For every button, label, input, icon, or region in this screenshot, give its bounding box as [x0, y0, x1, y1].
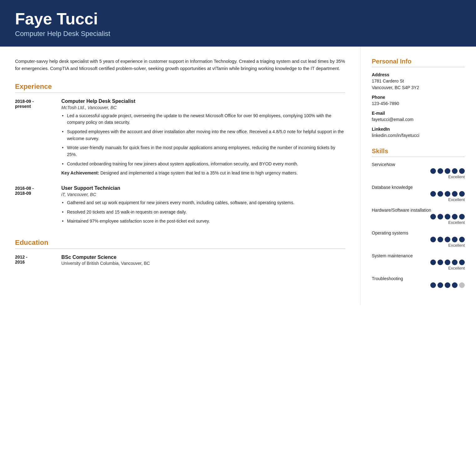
skill-dot [452, 214, 458, 219]
skill-level: Excellent [372, 266, 465, 270]
info-label: Phone [372, 95, 465, 100]
exp-bullet: Led a successful upgrade project, overse… [61, 113, 345, 126]
skill-level: Excellent [372, 220, 465, 225]
skill-level: Excellent [372, 243, 465, 248]
experience-section: Experience 2018-09 -presentComputer Help… [15, 83, 345, 228]
skill-dot [459, 214, 465, 219]
info-label: E-mail [372, 111, 465, 116]
summary-text: Computer-savvy help desk specialist with… [15, 58, 345, 72]
skill-name: Database knowledge [372, 185, 465, 190]
skill-dots-row [372, 214, 465, 219]
skill-dots-row [372, 168, 465, 174]
exp-content: Computer Help Desk SpecialistMcTosh Ltd.… [61, 98, 345, 177]
skill-item: Hardware/Software installationExcellent [372, 208, 465, 225]
skills-section: Skills ServiceNowExcellentDatabase knowl… [372, 148, 465, 288]
edu-date: 2012 -2016 [15, 255, 61, 266]
education-heading: Education [15, 239, 345, 249]
exp-bullets: Led a successful upgrade project, overse… [61, 113, 345, 168]
skill-dot [459, 260, 465, 265]
skill-dot [459, 237, 465, 242]
skill-dot [452, 237, 458, 242]
exp-company: McTosh Ltd., Vancouver, BC [61, 105, 345, 110]
skill-level: Excellent [372, 174, 465, 179]
skill-dot [430, 214, 436, 219]
skill-dot [445, 168, 450, 174]
skill-dot [445, 237, 450, 242]
personal-info-section: Personal Info Address1781 Cardero StVanc… [372, 58, 465, 139]
education-items: 2012 -2016BSc Computer ScienceUniversity… [15, 255, 345, 266]
skill-dot [452, 191, 458, 197]
experience-item: 2018-09 -presentComputer Help Desk Speci… [15, 98, 345, 177]
info-label: LinkedIn [372, 127, 465, 132]
skill-dot [430, 260, 436, 265]
info-label: Address [372, 72, 465, 77]
main-layout: Computer-savvy help desk specialist with… [0, 47, 476, 305]
skill-item: ServiceNowExcellent [372, 162, 465, 179]
exp-title: Computer Help Desk Specialist [61, 98, 345, 104]
skill-dot [430, 282, 436, 288]
exp-bullet: Conducted onboarding training for new jo… [61, 161, 345, 168]
exp-bullet: Maintained 97% employee satisfaction sco… [61, 218, 345, 225]
experience-item: 2016-08 -2018-09User Support Techniciani… [15, 185, 345, 227]
exp-bullet: Resolved 20 tickets and 15 walk-in reque… [61, 209, 345, 216]
skill-dot [445, 282, 450, 288]
skill-dot [445, 214, 450, 219]
info-value: fayetucci@email.com [372, 116, 465, 123]
skill-name: Hardware/Software installation [372, 208, 465, 213]
skill-item: System maintenanceExcellent [372, 253, 465, 270]
personal-info-fields: Address1781 Cardero StVancouver, BC S4P … [372, 72, 465, 139]
skill-dot [452, 260, 458, 265]
education-section: Education 2012 -2016BSc Computer Science… [15, 239, 345, 266]
skill-dot [438, 168, 443, 174]
resume-header: Faye Tucci Computer Help Desk Specialist [0, 0, 476, 47]
exp-date: 2018-09 -present [15, 98, 61, 177]
skill-name: Operating systems [372, 230, 465, 235]
exp-date: 2016-08 -2018-09 [15, 185, 61, 227]
skill-name: ServiceNow [372, 162, 465, 167]
exp-bullet: Supported employees with the account and… [61, 129, 345, 142]
skill-dot [438, 214, 443, 219]
skill-dot [445, 191, 450, 197]
experience-heading: Experience [15, 83, 345, 93]
right-column: Personal Info Address1781 Cardero StVanc… [360, 47, 476, 305]
skill-dots-row [372, 260, 465, 265]
skill-name: System maintenance [372, 253, 465, 258]
skill-dots-row [372, 191, 465, 197]
left-column: Computer-savvy help desk specialist with… [0, 47, 360, 288]
exp-company: iT, Vancouver, BC [61, 192, 345, 197]
education-item: 2012 -2016BSc Computer ScienceUniversity… [15, 255, 345, 266]
skill-dot [452, 282, 458, 288]
candidate-title: Computer Help Desk Specialist [15, 30, 461, 38]
skill-dot [430, 168, 436, 174]
experience-items: 2018-09 -presentComputer Help Desk Speci… [15, 98, 345, 228]
info-value: 123-456-7890 [372, 100, 465, 107]
skill-dot [430, 237, 436, 242]
skill-item: Operating systemsExcellent [372, 230, 465, 248]
skill-dots-row [372, 237, 465, 242]
personal-info-heading: Personal Info [372, 58, 465, 67]
skills-heading: Skills [372, 148, 465, 157]
skill-item: Database knowledgeExcellent [372, 185, 465, 202]
skill-dot [438, 191, 443, 197]
skill-dot [459, 191, 465, 197]
skills-items: ServiceNowExcellentDatabase knowledgeExc… [372, 162, 465, 288]
edu-content: BSc Computer ScienceUniversity of Britis… [61, 255, 150, 266]
exp-content: User Support TechnicianiT, Vancouver, BC… [61, 185, 345, 227]
edu-degree: BSc Computer Science [61, 255, 150, 260]
skill-dot [459, 168, 465, 174]
skill-dot [459, 282, 465, 288]
skill-name: Troubleshooting [372, 276, 465, 281]
skill-item: Troubleshooting [372, 276, 465, 288]
exp-bullets: Gathered and set up work equipment for n… [61, 199, 345, 225]
exp-bullet: Gathered and set up work equipment for n… [61, 199, 345, 206]
skill-dot [438, 282, 443, 288]
candidate-name: Faye Tucci [15, 10, 461, 28]
skill-dot [438, 237, 443, 242]
exp-title: User Support Technician [61, 185, 345, 191]
skill-dot [452, 168, 458, 174]
info-value: 1781 Cardero StVancouver, BC S4P 3Y2 [372, 78, 465, 91]
info-value: linkedin.com/in/fayetucci [372, 132, 465, 139]
skill-dot [438, 260, 443, 265]
skill-dot [430, 191, 436, 197]
skill-dot [445, 260, 450, 265]
